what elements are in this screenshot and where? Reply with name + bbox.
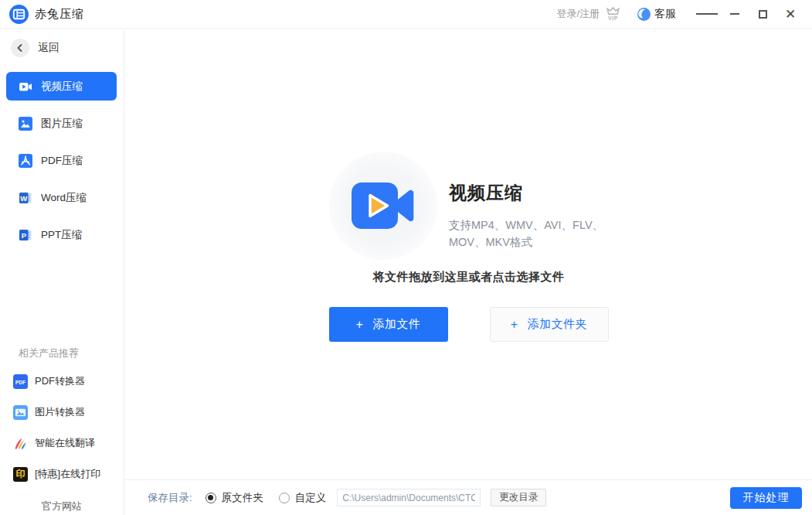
plus-icon: + — [356, 318, 364, 332]
add-folder-button[interactable]: + 添加文件夹 — [490, 307, 609, 342]
back-label: 返回 — [38, 41, 59, 55]
sidebar-item-image-converter[interactable]: 图片转换器 — [0, 402, 124, 422]
login-register-link[interactable]: 登录/注册 — [556, 7, 600, 21]
support-avatar-icon — [637, 8, 651, 21]
image-converter-icon — [13, 405, 28, 420]
sidebar-item-label: PDF压缩 — [41, 154, 83, 168]
rec-item-label: PDF转换器 — [35, 374, 85, 388]
hero-icon-halo — [329, 152, 437, 260]
app-logo-icon — [9, 5, 29, 24]
main-drop-area[interactable]: 视频压缩 支持MP4、WMV、AVI、FLV、MOV、MKV格式 将文件拖放到这… — [125, 29, 812, 479]
maximize-button[interactable] — [752, 4, 773, 24]
sidebar-item-online-translate[interactable]: 智能在线翻译 — [0, 433, 124, 453]
add-folder-label: 添加文件夹 — [528, 317, 588, 332]
sidebar-item-label: 图片压缩 — [41, 117, 83, 131]
sidebar-item-image-compress[interactable]: 图片压缩 — [6, 109, 117, 138]
hero-text-block: 视频压缩 支持MP4、WMV、AVI、FLV、MOV、MKV格式 — [449, 181, 627, 251]
sidebar-item-video-compress[interactable]: 视频压缩 — [6, 72, 117, 101]
page-title: 视频压缩 — [449, 181, 627, 205]
sidebar-item-word-compress[interactable]: W Word压缩 — [6, 183, 117, 212]
rec-item-label: [特惠]在线打印 — [35, 467, 100, 481]
sidebar-item-ppt-compress[interactable]: P PPT压缩 — [6, 220, 117, 249]
close-button[interactable]: ✕ — [780, 4, 801, 24]
pdf-icon — [19, 154, 32, 168]
save-path-input[interactable] — [337, 489, 481, 506]
plus-icon: + — [511, 318, 518, 332]
start-process-button[interactable]: 开始处理 — [730, 487, 802, 509]
app-title: 赤兔压缩 — [35, 7, 84, 22]
pdf-converter-icon: PDF — [13, 374, 28, 389]
sidebar-item-label: 视频压缩 — [41, 80, 83, 94]
change-dir-button[interactable]: 更改目录 — [491, 489, 546, 506]
bottom-bar: 保存目录: 原文件夹 自定义 更改目录 开始处理 — [125, 479, 812, 515]
sidebar-item-pdf-compress[interactable]: PDF压缩 — [6, 146, 117, 175]
sidebar-item-online-print[interactable]: 印 [特惠]在线打印 — [0, 464, 124, 484]
radio-unselected-icon[interactable] — [279, 493, 290, 503]
radio-original-label: 原文件夹 — [222, 491, 263, 505]
video-camera-icon — [19, 80, 32, 94]
menu-icon[interactable] — [696, 4, 718, 24]
sidebar-item-pdf-converter[interactable]: PDF PDF转换器 — [0, 371, 124, 391]
back-button[interactable]: 返回 — [11, 39, 59, 57]
customer-support-button[interactable]: 客服 — [637, 7, 676, 21]
word-doc-icon: W — [19, 191, 32, 205]
action-buttons-row: + 添加文件 + 添加文件夹 — [125, 307, 812, 342]
radio-selected-icon[interactable] — [206, 493, 216, 503]
print-stamp-icon: 印 — [13, 467, 28, 482]
vip-crown-icon[interactable]: VIP — [606, 7, 620, 21]
rec-item-label: 智能在线翻译 — [35, 436, 95, 450]
sidebar-item-label: PPT压缩 — [41, 228, 82, 242]
word-letter: W — [20, 193, 27, 202]
ppt-doc-icon: P — [19, 228, 32, 242]
pdf-letters: PDF — [15, 379, 25, 384]
sidebar-item-label: Word压缩 — [41, 191, 87, 205]
vip-label: VIP — [608, 15, 618, 21]
title-bar: 赤兔压缩 登录/注册 VIP 客服 ✕ — [0, 0, 812, 29]
rec-item-label: 图片转换器 — [35, 405, 85, 419]
sidebar: 返回 视频压缩 — [0, 29, 124, 515]
back-chevron-icon — [11, 39, 29, 57]
image-icon — [19, 117, 32, 131]
app-window: 赤兔压缩 登录/注册 VIP 客服 ✕ — [0, 0, 812, 515]
add-file-button[interactable]: + 添加文件 — [329, 307, 448, 342]
radio-custom-label: 自定义 — [295, 491, 327, 505]
radio-custom-folder[interactable]: 自定义 — [279, 491, 327, 505]
sidebar-nav: 视频压缩 图片压缩 P — [0, 72, 124, 258]
save-dir-label: 保存目录: — [148, 491, 192, 505]
minimize-button[interactable] — [724, 4, 746, 24]
official-site-link[interactable]: 官方网站 — [0, 500, 124, 513]
ppt-letter: P — [22, 230, 27, 239]
drop-hint-text: 将文件拖放到这里或者点击选择文件 — [125, 270, 812, 285]
supported-formats-text: 支持MP4、WMV、AVI、FLV、MOV、MKV格式 — [449, 217, 613, 251]
support-label: 客服 — [654, 7, 676, 21]
translate-feather-icon — [13, 436, 28, 451]
radio-original-folder[interactable]: 原文件夹 — [206, 491, 263, 505]
recommend-section: 相关产品推荐 PDF PDF转换器 — [0, 346, 124, 495]
add-file-label: 添加文件 — [372, 317, 420, 332]
video-compress-hero-icon — [352, 176, 415, 236]
recommend-title: 相关产品推荐 — [0, 346, 124, 360]
